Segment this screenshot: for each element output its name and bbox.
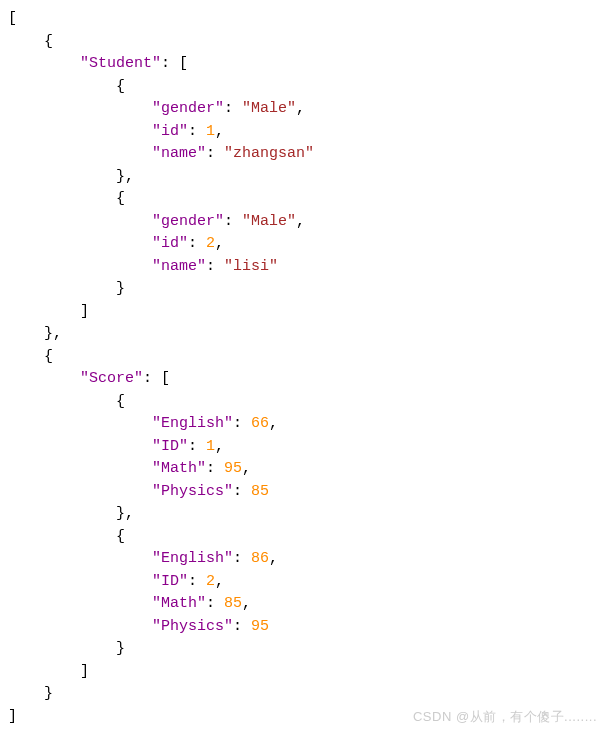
json-code-block: [ { "Student": [ { "gender": "Male", "id… (8, 8, 601, 728)
watermark-text: CSDN @从前，有个傻子........ (413, 707, 597, 727)
